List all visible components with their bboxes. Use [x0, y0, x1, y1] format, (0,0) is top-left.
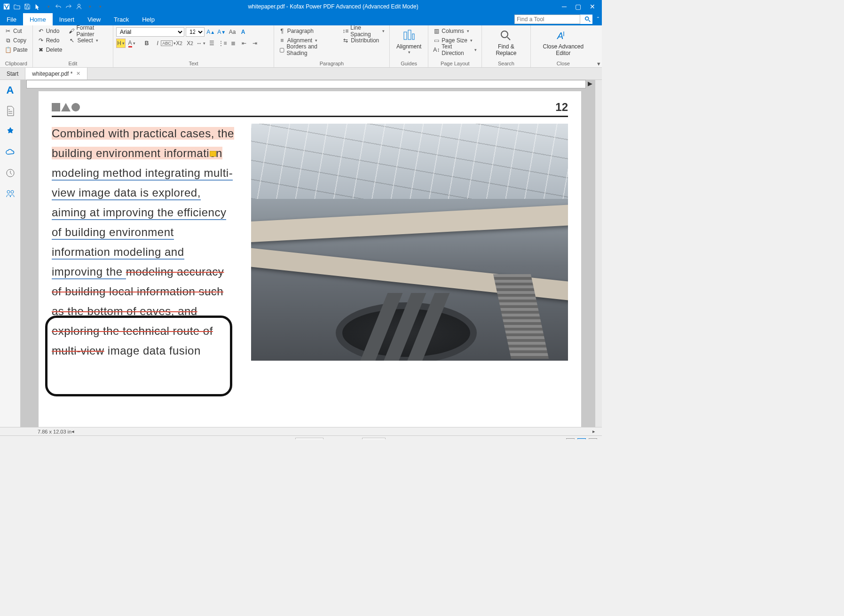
delete-label: Delete [46, 47, 63, 53]
text-tool-icon[interactable]: A [5, 85, 16, 96]
user-dropdown-icon[interactable] [85, 2, 94, 11]
close-icon[interactable]: ✕ [590, 3, 595, 10]
redo-icon[interactable] [64, 2, 73, 11]
shrink-font-icon[interactable]: A▼ [217, 27, 226, 37]
undo-icon[interactable] [54, 2, 63, 11]
hscroll-left-icon[interactable]: ◂ [71, 428, 74, 434]
copy-button[interactable]: ⧉Copy [3, 36, 30, 45]
first-page-icon[interactable]: ⇤ [254, 438, 259, 439]
zoom-in-icon[interactable]: ⊕ [352, 438, 357, 439]
select-button[interactable]: ↖Select [67, 36, 110, 45]
single-page-view-button[interactable] [566, 438, 575, 440]
zoom-dropdown-icon[interactable] [390, 438, 394, 439]
zoom-input[interactable] [362, 438, 386, 440]
panel-expand-icon[interactable]: ▶ [588, 80, 594, 87]
prev-page-icon[interactable]: ← [264, 438, 270, 439]
distribution-label: Distribution [351, 37, 379, 44]
borders-button[interactable]: ▢Borders and Shading [277, 45, 337, 55]
paste-button[interactable]: 📋Paste [3, 45, 30, 55]
text-group-label: Text [116, 60, 271, 67]
document-canvas[interactable]: ▶ 12 Combined with practical cases, the … [21, 80, 595, 427]
doctab-start[interactable]: Start [0, 68, 25, 79]
next-page-icon[interactable]: → [275, 438, 281, 439]
scissors-icon: ✂ [5, 28, 11, 34]
search-icon[interactable] [583, 16, 592, 23]
zoom-out-icon[interactable]: ⊖ [342, 438, 347, 439]
text-direction-button[interactable]: A↕Text Direction [431, 45, 479, 55]
format-painter-button[interactable]: 🖌Format Painter [67, 26, 110, 36]
tab-home[interactable]: Home [23, 13, 53, 25]
collapse-ribbon-icon[interactable]: ˆ [594, 16, 602, 23]
tab-view[interactable]: View [81, 13, 107, 25]
save-icon[interactable] [23, 2, 32, 11]
bold-button[interactable]: B [142, 39, 151, 48]
history-icon[interactable] [5, 167, 16, 179]
two-page-view-button[interactable] [589, 438, 597, 440]
numbering-button[interactable]: ⋮≡ [218, 39, 227, 48]
font-color-button[interactable]: A [127, 39, 136, 48]
svg-point-2 [585, 17, 589, 20]
page-size-label: Page Size [442, 37, 467, 44]
last-page-icon[interactable]: ⇥ [285, 438, 291, 439]
paragraph-group-label: Paragraph [277, 60, 387, 67]
decrease-indent-button[interactable]: ⇤ [239, 39, 249, 48]
page: 12 Combined with practical cases, the bu… [39, 91, 581, 427]
close-editor-button[interactable]: AI Close Advanced Editor [534, 26, 593, 58]
tab-insert[interactable]: Insert [53, 13, 81, 25]
alignment-guides-button[interactable]: Alignment [393, 26, 425, 56]
char-spacing-button[interactable]: ↔ [196, 39, 205, 48]
tab-track[interactable]: Track [107, 13, 135, 25]
undo-button[interactable]: ↶Undo [36, 26, 64, 36]
collaborate-icon[interactable] [5, 188, 16, 199]
ribbon-expand-icon[interactable]: ▾ [596, 25, 602, 67]
user-icon[interactable] [74, 2, 84, 11]
multilevel-button[interactable]: ≣ [229, 39, 238, 48]
doctab-whitepaper[interactable]: whitepaper.pdf * ✕ [25, 68, 87, 79]
continuous-view-button[interactable] [577, 438, 586, 440]
cloud-icon[interactable] [5, 147, 16, 158]
qat-customize-icon[interactable] [95, 2, 104, 11]
increase-indent-button[interactable]: ⇥ [250, 39, 260, 48]
stamp-icon[interactable] [5, 126, 16, 137]
comment-marker-icon[interactable] [210, 151, 216, 157]
text-column[interactable]: Combined with practical cases, the build… [52, 124, 235, 361]
maximize-icon[interactable]: ▢ [575, 3, 581, 10]
cut-button[interactable]: ✂Cut [3, 26, 30, 36]
cursor-dropdown-icon[interactable] [43, 2, 53, 11]
clear-format-icon[interactable]: A [238, 27, 248, 37]
minimize-icon[interactable]: ─ [562, 3, 567, 10]
hscroll-right-icon[interactable]: ▸ [592, 428, 595, 434]
bullets-button[interactable]: ☰ [207, 39, 216, 48]
tab-file[interactable]: File [0, 13, 23, 25]
menubar: File Home Insert View Track Help ˆ [0, 13, 602, 25]
underlined-text: modeling method integrating multi-view i… [52, 166, 233, 279]
vertical-scrollbar[interactable] [595, 80, 602, 427]
svg-point-11 [11, 190, 14, 193]
superscript-button[interactable]: X2 [174, 39, 184, 48]
undo-label: Undo [46, 28, 60, 34]
line-spacing-button[interactable]: ↕≡Line Spacing [340, 26, 387, 36]
guides-group-label: Guides [393, 60, 425, 67]
distribution-button[interactable]: ⇆Distribution [340, 36, 387, 45]
ruler-status: 7.86 x 12.03 in ◂ ▸ [0, 427, 602, 435]
tab-help[interactable]: Help [135, 13, 161, 25]
view-mode-buttons [566, 438, 597, 440]
subscript-button[interactable]: X2 [185, 39, 195, 48]
font-family-select[interactable]: Arial [116, 27, 184, 37]
close-tab-icon[interactable]: ✕ [76, 71, 80, 77]
underline-button[interactable]: ABC [164, 39, 173, 48]
highlight-color-button[interactable]: H [116, 39, 126, 48]
find-replace-button[interactable]: Find & Replace [485, 26, 527, 58]
grow-font-icon[interactable]: A▲ [206, 27, 215, 37]
font-size-select[interactable]: 12 [186, 27, 205, 37]
cursor-icon[interactable] [33, 2, 42, 11]
page-of-input[interactable] [295, 438, 323, 440]
paragraph-button[interactable]: ¶Paragraph [277, 26, 337, 36]
columns-button[interactable]: ▥Columns [431, 26, 479, 36]
outline-icon[interactable] [5, 105, 16, 117]
open-icon[interactable] [12, 2, 22, 11]
change-case-icon[interactable]: Aa [228, 27, 237, 37]
find-tool-input[interactable] [514, 15, 580, 24]
delete-button[interactable]: ✖Delete [36, 45, 64, 55]
redo-button[interactable]: ↷Redo [36, 36, 64, 45]
